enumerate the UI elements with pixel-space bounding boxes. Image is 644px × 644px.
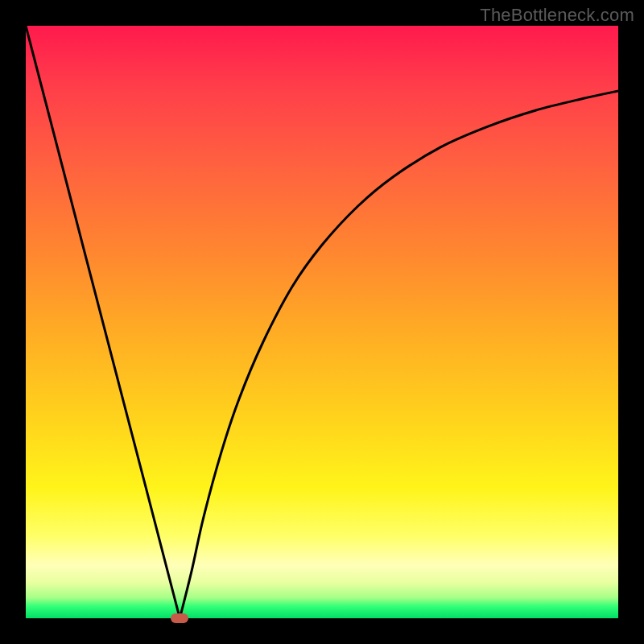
chart-plot-area [26, 26, 618, 618]
min-point-marker [171, 613, 188, 623]
bottleneck-curve [26, 26, 618, 618]
watermark-text: TheBottleneck.com [480, 5, 634, 26]
curve-line [26, 26, 618, 618]
